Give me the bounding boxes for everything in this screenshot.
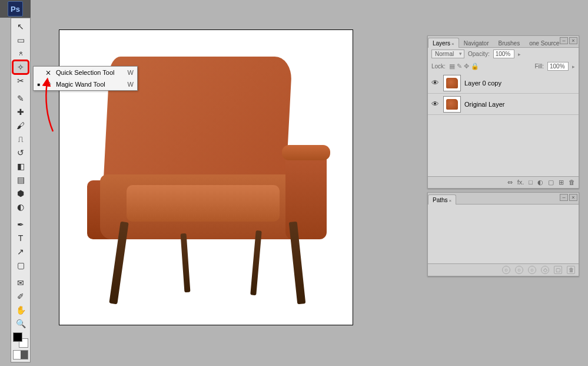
close-icon[interactable]: × <box>449 198 452 203</box>
paths-footer-button-1[interactable]: ○ <box>515 266 523 274</box>
layers-footer-button-0[interactable]: ⇔ <box>507 179 513 186</box>
paths-list[interactable] <box>428 205 579 263</box>
fill-label: Fill: <box>534 63 544 70</box>
tab-brushes[interactable]: Brushes <box>494 38 525 48</box>
tool-icon: ⨯ <box>44 68 52 77</box>
eraser-tool[interactable]: ◧ <box>13 160 28 173</box>
brush-tool[interactable]: 🖌 <box>13 119 28 132</box>
layer-row[interactable]: 👁Original Layer <box>428 94 579 115</box>
active-marker-icon: ■ <box>37 82 41 87</box>
layers-footer-button-4[interactable]: ▢ <box>548 179 554 186</box>
paths-footer-button-5[interactable]: 🗑 <box>567 266 575 274</box>
type-tool[interactable]: T <box>13 232 28 245</box>
paths-footer-button-3[interactable]: ◇ <box>541 266 549 274</box>
pen-tool[interactable]: ✒ <box>13 218 28 231</box>
close-icon[interactable]: × <box>451 41 454 47</box>
tools-toolbar: ↖▭႙✧✂✎✚🖌⎍↺◧▤⬢◐✒T↗▢✉✐✋🔍 <box>11 18 31 362</box>
paths-panel-tabs: Paths× – × <box>428 193 579 205</box>
panel-window-controls: – × <box>560 37 577 44</box>
visibility-eye-icon[interactable]: 👁 <box>430 100 440 108</box>
zoom-tool[interactable]: 🔍 <box>13 317 28 330</box>
layers-blend-row: Normal Opacity: 100% ▸ <box>428 48 579 60</box>
tab-paths[interactable]: Paths× <box>428 194 456 205</box>
marquee-tool[interactable]: ▭ <box>13 34 28 47</box>
layers-lock-row: Lock: ▦ ✎ ✥ 🔒 Fill: 100% ▸ <box>428 60 579 72</box>
paths-footer-button-2[interactable]: ○ <box>528 266 536 274</box>
lock-position-icon[interactable]: ✥ <box>464 62 469 70</box>
quick-select-tool[interactable]: ✧ <box>13 61 28 74</box>
paths-panel: Paths× – × ○○○◇▢🗑 <box>427 192 579 276</box>
visibility-eye-icon[interactable]: 👁 <box>430 78 440 87</box>
layers-footer-button-2[interactable]: □ <box>529 179 533 186</box>
paths-footer-button-0[interactable]: ○ <box>502 266 510 274</box>
blur-tool[interactable]: ⬢ <box>13 187 28 200</box>
tab-navigator[interactable]: Navigator <box>459 38 494 48</box>
shape-tool[interactable]: ▢ <box>13 259 28 272</box>
lock-all-icon[interactable]: 🔒 <box>471 62 479 70</box>
panel-close-button[interactable]: × <box>569 194 577 201</box>
flyout-item-label: Quick Selection Tool <box>56 69 124 76</box>
paths-footer-button-4[interactable]: ▢ <box>554 266 562 274</box>
layers-footer-button-6[interactable]: 🗑 <box>569 179 575 186</box>
path-select-tool[interactable]: ↗ <box>13 245 28 258</box>
crop-tool[interactable]: ✂ <box>13 74 28 87</box>
flyout-item-1[interactable]: ■✳Magic Wand ToolW <box>34 78 137 90</box>
lasso-tool[interactable]: ႙ <box>13 47 28 60</box>
gradient-tool[interactable]: ▤ <box>13 173 28 186</box>
color-sampler-tool[interactable]: ✐ <box>13 290 28 303</box>
opacity-label: Opacity: <box>468 51 490 57</box>
tool-icon: ✳ <box>44 80 52 88</box>
blend-mode-dropdown[interactable]: Normal <box>431 50 464 58</box>
tab-one-source[interactable]: one Source <box>524 38 564 48</box>
tool-flyout-menu: ⨯Quick Selection ToolW■✳Magic Wand ToolW <box>33 66 138 91</box>
lock-transparency-icon[interactable]: ▦ <box>449 62 455 70</box>
layers-footer-button-1[interactable]: fx. <box>517 179 524 186</box>
opacity-field[interactable]: 100% <box>493 50 514 58</box>
foreground-color-swatch[interactable] <box>13 332 22 342</box>
quick-mask-toggle[interactable] <box>13 350 28 360</box>
ps-logo: Ps <box>8 1 23 17</box>
fill-flyout-icon[interactable]: ▸ <box>572 64 575 70</box>
fill-field[interactable]: 100% <box>547 62 569 71</box>
layers-footer-button-3[interactable]: ◐ <box>537 179 543 186</box>
lock-image-icon[interactable]: ✎ <box>457 62 462 70</box>
opacity-flyout-icon[interactable]: ▸ <box>518 51 521 57</box>
paths-panel-footer: ○○○◇▢🗑 <box>428 263 579 276</box>
move-tool[interactable]: ↖ <box>13 20 28 33</box>
healing-brush-tool[interactable]: ✚ <box>13 105 28 118</box>
panel-minimize-button[interactable]: – <box>560 37 568 44</box>
hand-tool[interactable]: ✋ <box>13 304 28 316</box>
panel-minimize-button[interactable]: – <box>560 194 568 201</box>
dodge-tool[interactable]: ◐ <box>13 200 28 213</box>
layers-panel-footer: ⇔fx.□◐▢⊞🗑 <box>428 176 579 188</box>
app-header: Ps <box>0 0 31 18</box>
flyout-item-label: Magic Wand Tool <box>56 81 124 88</box>
flyout-item-shortcut: W <box>128 69 134 76</box>
panels-dock: Layers×NavigatorBrushesone Source – × No… <box>427 35 579 280</box>
layer-name[interactable]: Original Layer <box>464 101 576 108</box>
flyout-item-shortcut: W <box>128 81 134 88</box>
panel-close-button[interactable]: × <box>569 37 577 44</box>
layers-panel-tabs: Layers×NavigatorBrushesone Source – × <box>428 36 579 48</box>
layer-name[interactable]: Layer 0 copy <box>464 80 576 87</box>
panel-window-controls: – × <box>560 194 577 201</box>
color-swatches[interactable] <box>13 332 28 348</box>
eyedropper-tool[interactable]: ✎ <box>13 92 28 105</box>
layer-row[interactable]: 👁Layer 0 copy <box>428 72 579 94</box>
history-brush-tool[interactable]: ↺ <box>13 146 28 159</box>
lock-label: Lock: <box>431 63 446 70</box>
flyout-item-0[interactable]: ⨯Quick Selection ToolW <box>34 67 137 78</box>
layer-thumbnail[interactable] <box>443 75 461 91</box>
layer-list: 👁Layer 0 copy👁Original Layer <box>428 72 579 176</box>
layers-panel: Layers×NavigatorBrushesone Source – × No… <box>427 35 579 189</box>
tab-layers[interactable]: Layers× <box>428 38 459 48</box>
notes-tool[interactable]: ✉ <box>13 276 28 289</box>
layers-footer-button-5[interactable]: ⊞ <box>559 179 564 186</box>
stamp-tool[interactable]: ⎍ <box>13 133 28 146</box>
layer-thumbnail[interactable] <box>443 96 461 113</box>
